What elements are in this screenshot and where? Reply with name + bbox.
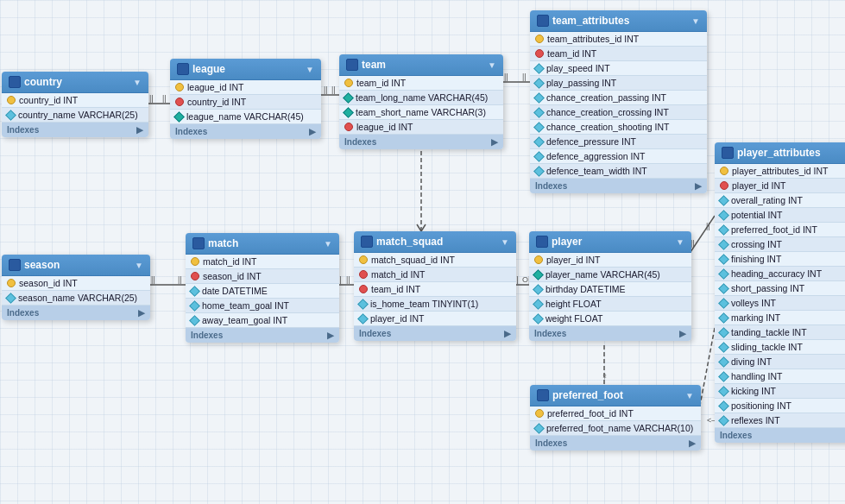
row-text: chance_creation_passing INT [546, 92, 666, 103]
chevron-season[interactable]: ▼ [135, 261, 143, 270]
table-row: diving INT [715, 355, 845, 369]
chevron-player[interactable]: ▼ [676, 237, 684, 247]
key-icon [175, 83, 184, 91]
table-row: team_short_name VARCHAR(3) [339, 105, 503, 120]
diamond-icon [533, 107, 545, 118]
diamond-icon [533, 299, 544, 310]
table-row: match_id INT [354, 268, 516, 282]
diamond-icon [718, 298, 729, 309]
indexes-label: Indexes [175, 127, 207, 136]
table-row: preferred_foot_id INT [530, 406, 701, 421]
footer-chevron: ▶ [504, 329, 511, 338]
indexes-label: Indexes [534, 329, 566, 338]
svg-text:||: || [706, 222, 710, 230]
chevron-preferred-foot[interactable]: ▼ [685, 391, 694, 400]
row-text: preferred_foot_id INT [547, 408, 634, 419]
table-row: team_id INT [354, 282, 516, 297]
diamond-icon [533, 313, 544, 324]
table-footer-match-squad[interactable]: Indexes ▶ [354, 326, 516, 341]
table-footer-league[interactable]: Indexes ▶ [170, 124, 321, 139]
row-text: short_passing INT [731, 283, 804, 293]
chevron-team[interactable]: ▼ [488, 60, 496, 70]
row-text: league_name VARCHAR(45) [186, 111, 304, 122]
diamond-icon [718, 356, 729, 368]
diamond-icon [533, 122, 545, 133]
indexes-label: Indexes [720, 431, 752, 440]
table-row: country_id INT [2, 93, 148, 108]
table-icon-player-attributes [722, 147, 734, 159]
table-body-preferred-foot: preferred_foot_id INT preferred_foot_nam… [530, 406, 701, 436]
key-icon [535, 35, 544, 43]
table-match: match ▼ match_id INT season_id INT date … [186, 233, 339, 343]
table-footer-player[interactable]: Indexes ▶ [529, 326, 691, 341]
table-icon-match-squad [361, 236, 373, 248]
chevron-league[interactable]: ▼ [306, 65, 314, 74]
key-icon [7, 279, 16, 287]
table-footer-player-attributes[interactable]: Indexes ▶ [715, 428, 845, 443]
footer-chevron: ▶ [138, 308, 145, 318]
table-icon-match [192, 237, 205, 249]
diamond-icon [5, 110, 16, 121]
key-icon [7, 96, 16, 104]
table-body-team-attributes: team_attributes_id INT team_id INT play_… [530, 32, 707, 179]
chevron-team-attributes[interactable]: ▼ [691, 16, 700, 26]
table-footer-season[interactable]: Indexes ▶ [2, 306, 150, 320]
table-row: chance_creation_passing INT [530, 91, 707, 105]
row-text: chance_creation_shooting INT [546, 122, 669, 132]
table-row: match_squad_id INT [354, 253, 516, 268]
chevron-match-squad[interactable]: ▼ [501, 237, 509, 247]
table-footer-country[interactable]: Indexes ▶ [2, 123, 148, 137]
table-row: player_id INT [354, 312, 516, 326]
row-text: handling INT [731, 371, 783, 381]
table-row: date DATETIME [186, 284, 339, 299]
footer-chevron: ▶ [491, 137, 498, 147]
table-body-team: team_id INT team_long_name VARCHAR(45) t… [339, 76, 503, 135]
table-row: team_id INT [339, 76, 503, 91]
table-footer-preferred-foot[interactable]: Indexes ▶ [530, 436, 701, 450]
table-title-country: country [24, 76, 62, 88]
row-text: home_team_goal INT [202, 300, 289, 311]
table-body-season: season_id INT season_name VARCHAR(25) [2, 276, 150, 306]
table-row: short_passing INT [715, 281, 845, 296]
table-icon-player [536, 236, 548, 248]
row-text: height FLOAT [545, 299, 602, 309]
table-footer-team[interactable]: Indexes ▶ [339, 135, 503, 149]
row-text: crossing INT [731, 239, 782, 249]
table-footer-team-attributes[interactable]: Indexes ▶ [530, 179, 707, 193]
svg-text:♀: ♀ [601, 370, 609, 382]
row-text: player_id INT [546, 255, 600, 265]
row-text: defence_team_width INT [546, 166, 647, 176]
indexes-label: Indexes [191, 331, 223, 340]
table-title-player: player [552, 236, 582, 248]
table-footer-match[interactable]: Indexes ▶ [186, 328, 339, 343]
table-row: season_name VARCHAR(25) [2, 291, 150, 306]
table-icon-preferred-foot [537, 389, 549, 401]
diamond-icon [718, 342, 729, 353]
table-icon-league [177, 63, 189, 75]
table-row: finishing INT [715, 252, 845, 267]
table-row: sliding_tackle INT [715, 340, 845, 355]
table-row: country_id INT [170, 95, 321, 110]
svg-line-21 [689, 216, 715, 255]
row-text: defence_aggression INT [546, 151, 645, 161]
key-icon [720, 167, 728, 175]
diamond-icon [718, 210, 729, 221]
row-text: reflexes INT [731, 415, 780, 425]
row-text: is_home_team TINYINT(1) [370, 299, 478, 309]
chevron-match[interactable]: ▼ [324, 239, 332, 249]
table-row: season_id INT [186, 269, 339, 284]
svg-text:||: || [346, 275, 350, 284]
table-row: team_attributes_id INT [530, 32, 707, 47]
table-header-preferred-foot: preferred_foot ▼ [530, 385, 701, 406]
indexes-label: Indexes [344, 137, 376, 147]
table-header-match: match ▼ [186, 233, 339, 255]
table-player-attributes: player_attributes ▼ player_attributes_id… [715, 142, 845, 443]
table-header-team: team ▼ [339, 54, 503, 76]
row-text: volleys INT [731, 298, 776, 308]
svg-text:||: || [331, 85, 336, 94]
indexes-label: Indexes [359, 329, 391, 338]
row-text: country_id INT [19, 95, 78, 105]
row-text: league_id INT [356, 122, 413, 132]
row-text: preferred_foot_name VARCHAR(10) [546, 423, 693, 433]
chevron-country[interactable]: ▼ [133, 78, 142, 87]
